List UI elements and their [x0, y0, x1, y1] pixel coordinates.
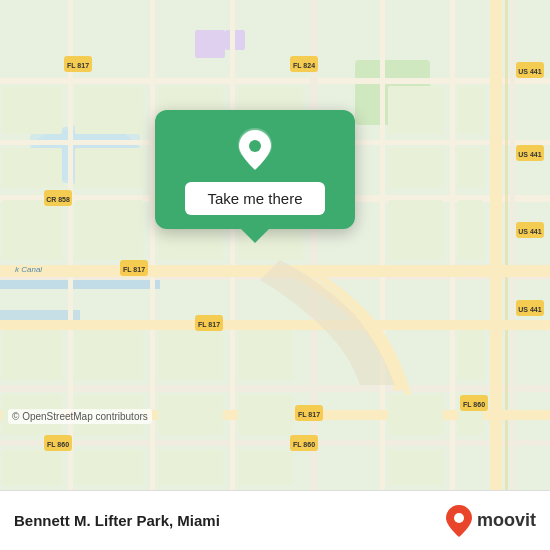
- svg-rect-44: [158, 450, 223, 485]
- map-container: US 441 US 441 US 441 US 441 FL 817 FL 82…: [0, 0, 550, 490]
- svg-text:CR 858: CR 858: [46, 196, 70, 203]
- svg-rect-49: [238, 395, 293, 435]
- location-info: Bennett M. Lifter Park, Miami: [14, 512, 220, 529]
- svg-rect-59: [458, 330, 483, 380]
- svg-rect-56: [458, 86, 483, 134]
- svg-rect-8: [0, 78, 550, 84]
- svg-text:FL 824: FL 824: [293, 62, 315, 69]
- svg-rect-30: [2, 330, 62, 380]
- svg-rect-58: [458, 200, 483, 260]
- moovit-logo: moovit: [445, 504, 536, 538]
- location-name: Bennett M. Lifter Park, Miami: [14, 512, 220, 529]
- svg-rect-57: [458, 148, 483, 188]
- svg-rect-14: [0, 440, 550, 446]
- svg-rect-13: [0, 385, 550, 392]
- bottom-bar: Bennett M. Lifter Park, Miami moovit: [0, 490, 550, 550]
- popup-card: Take me there: [155, 110, 355, 229]
- svg-text:FL 860: FL 860: [293, 441, 315, 448]
- svg-point-90: [454, 513, 464, 523]
- svg-rect-55: [388, 450, 443, 485]
- svg-rect-54: [388, 395, 443, 435]
- svg-rect-34: [75, 148, 143, 188]
- svg-rect-35: [75, 200, 143, 260]
- map-attribution: © OpenStreetMap contributors: [8, 409, 152, 424]
- location-pin-icon: [233, 128, 277, 172]
- svg-rect-36: [75, 330, 143, 380]
- moovit-pin-icon: [445, 504, 473, 538]
- svg-rect-50: [238, 450, 293, 485]
- svg-text:US 441: US 441: [518, 151, 541, 158]
- svg-rect-28: [2, 148, 62, 188]
- svg-rect-53: [388, 200, 443, 260]
- svg-rect-51: [388, 86, 443, 134]
- svg-text:FL 860: FL 860: [47, 441, 69, 448]
- svg-rect-43: [158, 395, 223, 435]
- svg-point-89: [249, 140, 261, 152]
- take-me-there-button[interactable]: Take me there: [185, 182, 324, 215]
- svg-rect-25: [0, 320, 550, 330]
- svg-text:US 441: US 441: [518, 228, 541, 235]
- svg-text:FL 817: FL 817: [67, 62, 89, 69]
- svg-rect-48: [238, 330, 293, 380]
- svg-rect-33: [75, 86, 143, 134]
- svg-rect-29: [2, 200, 62, 260]
- svg-text:US 441: US 441: [518, 306, 541, 313]
- svg-text:FL 817: FL 817: [198, 321, 220, 328]
- svg-text:FL 860: FL 860: [463, 401, 485, 408]
- svg-rect-38: [75, 450, 143, 485]
- moovit-brand-text: moovit: [477, 510, 536, 531]
- svg-rect-6: [195, 30, 225, 58]
- svg-rect-32: [2, 450, 62, 485]
- svg-text:k Canal: k Canal: [15, 265, 42, 274]
- svg-rect-42: [158, 330, 223, 380]
- svg-text:US 441: US 441: [518, 68, 541, 75]
- svg-text:FL 817: FL 817: [298, 411, 320, 418]
- svg-text:FL 817: FL 817: [123, 266, 145, 273]
- svg-rect-52: [388, 148, 443, 188]
- svg-rect-27: [2, 86, 62, 134]
